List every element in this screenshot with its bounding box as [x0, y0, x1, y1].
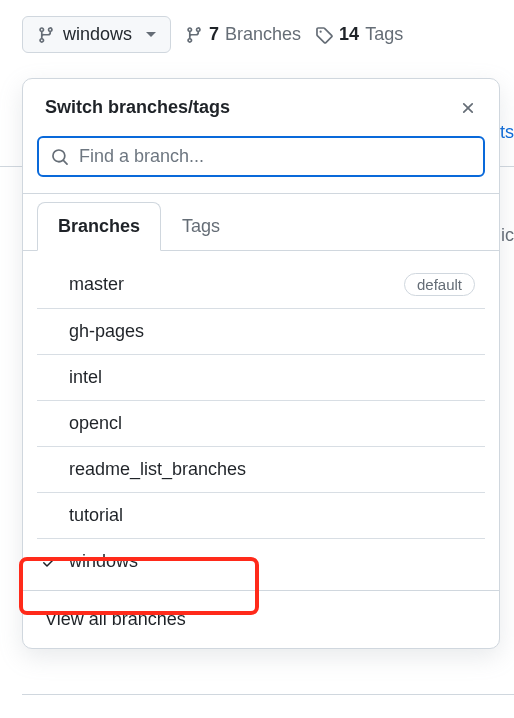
tags-count: 14 [339, 24, 359, 45]
branch-selector-button[interactable]: windows [22, 16, 171, 53]
tags-link[interactable]: 14 Tags [315, 24, 403, 45]
tab-branches[interactable]: Branches [37, 202, 161, 251]
dropdown-title: Switch branches/tags [45, 97, 230, 118]
tab-tags[interactable]: Tags [161, 202, 241, 251]
branch-name: windows [69, 551, 138, 572]
branch-item-gh-pages[interactable]: gh-pages [37, 309, 485, 355]
branch-selector-label: windows [63, 24, 132, 45]
branch-item-windows[interactable]: windows [37, 539, 485, 584]
chevron-down-icon [146, 32, 156, 37]
branch-item-opencl[interactable]: opencl [37, 401, 485, 447]
bg-ic-fragment: ic [501, 225, 514, 246]
branch-item-master[interactable]: master default [37, 261, 485, 309]
view-all-branches[interactable]: View all branches [23, 590, 499, 648]
branch-name: readme_list_branches [69, 459, 246, 480]
search-icon [51, 148, 69, 166]
branches-label: Branches [225, 24, 301, 45]
branches-count: 7 [209, 24, 219, 45]
tabs: Branches Tags [23, 193, 499, 251]
search-box[interactable] [37, 136, 485, 177]
branch-icon [185, 26, 203, 44]
tag-icon [315, 26, 333, 44]
branch-item-readme-list-branches[interactable]: readme_list_branches [37, 447, 485, 493]
branch-name: tutorial [69, 505, 123, 526]
tags-label: Tags [365, 24, 403, 45]
branch-item-intel[interactable]: intel [37, 355, 485, 401]
bg-commits-fragment: ts [500, 122, 514, 143]
branch-name: master [69, 274, 124, 295]
branch-name: opencl [69, 413, 122, 434]
bg-divider-2 [22, 694, 514, 695]
branches-link[interactable]: 7 Branches [185, 24, 301, 45]
dropdown-header: Switch branches/tags [23, 79, 499, 122]
branch-name: intel [69, 367, 102, 388]
branch-item-tutorial[interactable]: tutorial [37, 493, 485, 539]
branch-dropdown: Switch branches/tags Branches Tags maste… [22, 78, 500, 649]
close-button[interactable] [459, 99, 477, 117]
close-icon [459, 99, 477, 117]
branches-list: master default gh-pages intel opencl rea… [23, 251, 499, 590]
search-wrap [23, 122, 499, 193]
check-icon [41, 554, 57, 570]
branch-name: gh-pages [69, 321, 144, 342]
branch-icon [37, 26, 55, 44]
top-bar: windows 7 Branches 14 Tags [0, 0, 514, 53]
default-badge: default [404, 273, 475, 296]
search-input[interactable] [79, 146, 471, 167]
